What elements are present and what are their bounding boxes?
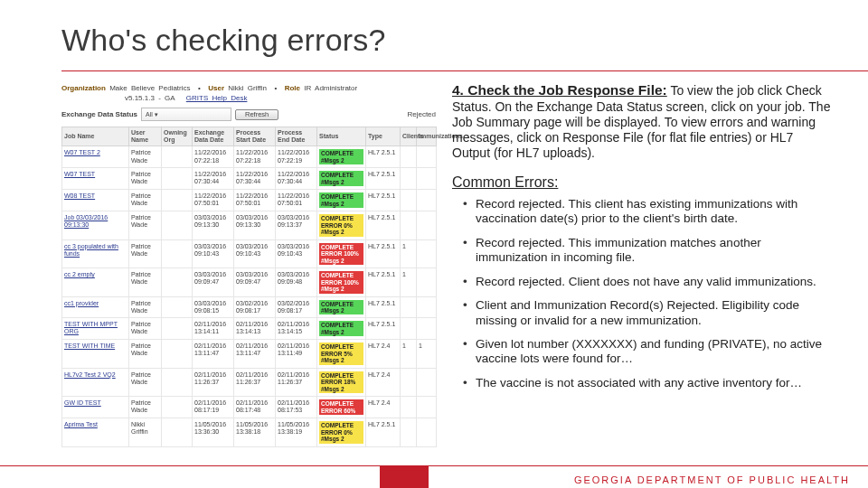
refresh-button[interactable]: Refresh <box>235 109 278 121</box>
table-cell: 03/02/2016 09:08:17 <box>234 296 276 318</box>
table-header: Type <box>366 127 401 146</box>
table-cell: HL7 2.5.1 <box>366 239 401 267</box>
meta-label: Role <box>285 84 300 92</box>
table-header-row: Job NameUser NameOwning OrgExchange Data… <box>62 127 437 146</box>
status-select[interactable]: All ▾ <box>141 108 231 121</box>
job-link[interactable]: cc 2 empty <box>64 271 95 277</box>
screenshot-panel: Organization Make Believe Pediatrics • U… <box>61 82 436 447</box>
table-cell <box>417 239 437 267</box>
table-cell: 03/03/2016 09:13:30 <box>234 211 276 239</box>
status-badge: COMPLETE #Msgs 2 <box>319 321 363 336</box>
job-link[interactable]: TEST WITH MPPT ORG <box>64 321 118 334</box>
table-cell <box>417 418 437 446</box>
table-cell: 02/11/2016 11:26:37 <box>193 368 234 396</box>
slide-title: Who's checking errors? <box>61 23 834 58</box>
table-cell <box>162 340 193 368</box>
table-cell: 03/03/2016 09:10:43 <box>234 239 276 267</box>
table-cell: cc 3 populated with funds <box>62 239 129 267</box>
table-cell: Patrice Wade <box>129 340 162 368</box>
table-cell: Patrice Wade <box>129 239 162 267</box>
table-cell <box>162 168 193 190</box>
table-cell: 03/03/2016 09:09:47 <box>193 268 234 296</box>
table-cell: cc1 provider <box>62 296 129 318</box>
table-cell <box>162 190 193 211</box>
table-cell <box>401 418 417 446</box>
table-cell: 02/11/2016 13:14:15 <box>276 318 317 340</box>
table-row: W08 TESTPatrice Wade11/22/2016 07:50:011… <box>62 190 437 211</box>
job-link[interactable]: HL7v2 Test 2 VQ2 <box>64 371 116 378</box>
footer-label: GEORGIA DEPARTMENT OF PUBLIC HEALTH <box>574 474 850 485</box>
job-link[interactable]: W08 TEST <box>64 192 95 199</box>
table-cell: TEST WITH TIME <box>62 340 129 368</box>
table-cell: 11/22/2016 07:50:01 <box>234 190 276 211</box>
table-cell: COMPLETE ERROR 5% #Msgs 2 <box>317 340 366 368</box>
table-cell: 11/22/2016 07:30:44 <box>234 168 276 190</box>
table-header: Clients <box>401 127 417 146</box>
table-cell: COMPLETE ERROR 0% #Msgs 2 <box>317 211 366 239</box>
error-item: Record rejected. Client does not have an… <box>465 275 834 289</box>
table-cell <box>401 318 417 340</box>
table-cell: Patrice Wade <box>129 318 162 340</box>
table-cell: HL7 2.5.1 <box>366 418 401 446</box>
table-cell <box>401 168 417 190</box>
step-paragraph: 4. Check the Job Response File: To view … <box>452 82 834 161</box>
table-cell: 1 <box>401 340 417 368</box>
table-cell: 02/11/2016 11:26:37 <box>234 368 276 396</box>
table-row: W07 TESTPatrice Wade11/22/2016 07:30:441… <box>62 168 437 190</box>
job-link[interactable]: cc 3 populated with funds <box>64 243 118 257</box>
meta-label: User <box>208 84 224 92</box>
status-badge: COMPLETE ERROR 0% #Msgs 2 <box>319 421 363 443</box>
table-cell: COMPLETE ERROR 18% #Msgs 2 <box>317 368 366 396</box>
table-cell: Patrice Wade <box>129 190 162 211</box>
job-link[interactable]: Aprima Test <box>64 421 98 427</box>
status-badge: COMPLETE ERROR 100% #Msgs 2 <box>319 243 363 265</box>
table-header: Job Name <box>62 127 129 146</box>
meta-row-2: v5.15.1.3 - GA GRITS Help Desk <box>125 94 436 102</box>
table-cell: 03/03/2016 09:13:30 <box>193 211 234 239</box>
footer-accent <box>380 466 429 488</box>
filter-row: Exchange Data Status All ▾ Refresh Rejec… <box>61 108 436 121</box>
table-cell: HL7 2.5.1 <box>366 190 401 211</box>
step-head: 4. Check the Job Response File: <box>452 82 667 98</box>
job-link[interactable]: GW ID TEST <box>64 399 101 406</box>
job-link[interactable]: Job 03/03/2016 09:13:30 <box>64 214 108 228</box>
table-header: Immunizations <box>417 127 437 146</box>
table-cell <box>401 397 417 418</box>
table-cell: 03/03/2016 09:13:37 <box>276 211 317 239</box>
table-cell <box>417 168 437 190</box>
table-cell: 02/11/2016 13:14:11 <box>193 318 234 340</box>
table-cell: 11/05/2016 13:36:30 <box>193 418 234 446</box>
table-cell: 02/11/2016 13:11:47 <box>234 340 276 368</box>
error-item: Client and Immunization Record(s) Reject… <box>465 298 834 328</box>
table-cell: W08 TEST <box>62 190 129 211</box>
table-cell <box>401 190 417 211</box>
meta-org: Make Believe Pediatrics <box>109 84 190 92</box>
table-cell <box>162 296 193 318</box>
table-header: Owning Org <box>162 127 193 146</box>
columns: Organization Make Believe Pediatrics • U… <box>61 82 834 447</box>
job-link[interactable]: cc1 provider <box>64 300 99 306</box>
table-cell: 11/22/2016 07:22:18 <box>234 146 276 168</box>
table-row: W07 TEST 2Patrice Wade11/22/2016 07:22:1… <box>62 146 437 168</box>
status-badge: COMPLETE ERROR 0% #Msgs 2 <box>319 214 363 236</box>
table-cell: 11/22/2016 07:50:01 <box>193 190 234 211</box>
job-link[interactable]: W07 TEST 2 <box>64 149 100 155</box>
helpdesk-link[interactable]: GRITS Help Desk <box>186 94 248 102</box>
error-item: Given lot number (XXXXXXX) and funding (… <box>465 337 834 367</box>
job-link[interactable]: W07 TEST <box>64 171 95 177</box>
table-cell <box>417 146 437 168</box>
table-cell: 02/11/2016 13:11:49 <box>276 340 317 368</box>
table-cell: COMPLETE #Msgs 2 <box>317 296 366 318</box>
error-item: Record rejected. This immunization match… <box>465 236 834 266</box>
table-header: Exchange Data Date <box>193 127 234 146</box>
table-cell <box>417 190 437 211</box>
table-cell: 11/22/2016 07:50:01 <box>276 190 317 211</box>
table-cell: 1 <box>401 239 417 267</box>
table-row: Aprima TestNikki Griffin11/05/2016 13:36… <box>62 418 437 446</box>
job-link[interactable]: TEST WITH TIME <box>64 343 115 349</box>
table-cell: HL7 2.5.1 <box>366 168 401 190</box>
table-cell: 11/22/2016 07:30:44 <box>193 168 234 190</box>
table-cell: 02/11/2016 08:17:48 <box>234 397 276 418</box>
table-cell: 03/03/2016 09:10:43 <box>193 239 234 267</box>
table-cell <box>417 368 437 396</box>
